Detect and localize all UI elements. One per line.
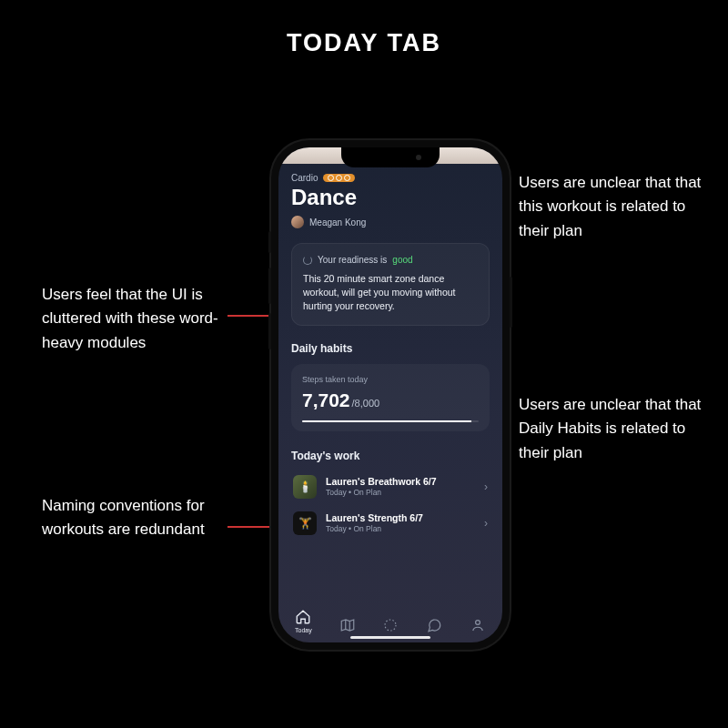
home-icon	[295, 609, 311, 625]
phone-side-button	[268, 231, 271, 253]
chat-icon	[426, 617, 442, 633]
workout-author: Meagan Kong	[309, 217, 366, 228]
tab-progress[interactable]	[382, 617, 399, 633]
tab-chat[interactable]	[426, 617, 442, 633]
workout-title[interactable]: Dance	[291, 185, 490, 210]
phone-screen: Cardio Dance Meagan Kong Your readiness …	[278, 147, 502, 642]
work-item[interactable]: 🕯️ Lauren's Breathwork 6/7 Today • On Pl…	[291, 471, 490, 502]
readiness-prefix: Your readiness is	[318, 255, 387, 265]
profile-icon	[470, 617, 486, 633]
daily-habits-heading: Daily habits	[291, 342, 490, 355]
work-item-sub: Today • On Plan	[326, 488, 475, 497]
phone-side-button	[268, 313, 271, 349]
pointer-line	[228, 315, 273, 317]
avatar	[291, 216, 304, 228]
workout-category: Cardio	[291, 173, 318, 183]
loading-circle-icon	[382, 617, 399, 633]
readiness-value: good	[392, 255, 412, 265]
work-item-title: Lauren's Strength 6/7	[326, 512, 475, 523]
phone-frame: Cardio Dance Meagan Kong Your readiness …	[271, 140, 510, 650]
tab-bar: Today	[278, 609, 502, 633]
work-item-sub: Today • On Plan	[326, 524, 475, 533]
intensity-pill-icon	[323, 174, 355, 182]
readiness-icon	[303, 256, 312, 265]
page-title: TODAY TAB	[0, 29, 728, 57]
readiness-card[interactable]: Your readiness is good This 20 minute sm…	[291, 243, 490, 326]
tab-today-label: Today	[295, 627, 312, 633]
chevron-right-icon: ›	[484, 480, 488, 493]
work-item-title: Lauren's Breathwork 6/7	[326, 476, 475, 487]
todays-work-heading: Today's work	[291, 450, 490, 462]
annotation-mid-left: Users feel that the UI is cluttered with…	[42, 283, 233, 355]
workout-author-row[interactable]: Meagan Kong	[291, 216, 490, 228]
work-item[interactable]: 🏋️ Lauren's Strength 6/7 Today • On Plan…	[291, 508, 490, 539]
svg-point-0	[385, 620, 396, 631]
home-indicator	[350, 636, 430, 640]
tab-profile[interactable]	[470, 617, 486, 633]
phone-side-button	[268, 268, 271, 304]
svg-point-1	[476, 621, 480, 625]
annotation-mid-right: Users are unclear that that Daily Habits…	[519, 393, 710, 465]
tab-map[interactable]	[339, 617, 356, 633]
readiness-description: This 20 minute smart zone dance workout,…	[303, 272, 478, 314]
steps-goal: /8,000	[352, 398, 380, 409]
tab-today[interactable]: Today	[295, 609, 312, 633]
work-thumb-icon: 🕯️	[293, 475, 317, 499]
steps-card[interactable]: Steps taken today 7,702 /8,000	[291, 364, 490, 431]
phone-side-button	[510, 277, 512, 328]
phone-notch	[341, 147, 440, 167]
annotation-bottom-left: Naming conventions for workouts are redu…	[42, 494, 233, 542]
steps-progress	[302, 420, 479, 422]
pointer-line	[228, 526, 273, 528]
steps-value: 7,702	[302, 389, 350, 411]
chevron-right-icon: ›	[484, 517, 488, 530]
work-thumb-icon: 🏋️	[293, 511, 317, 535]
map-icon	[339, 617, 356, 633]
annotation-top-right: Users are unclear that that this workout…	[519, 171, 710, 243]
steps-label: Steps taken today	[302, 375, 479, 384]
